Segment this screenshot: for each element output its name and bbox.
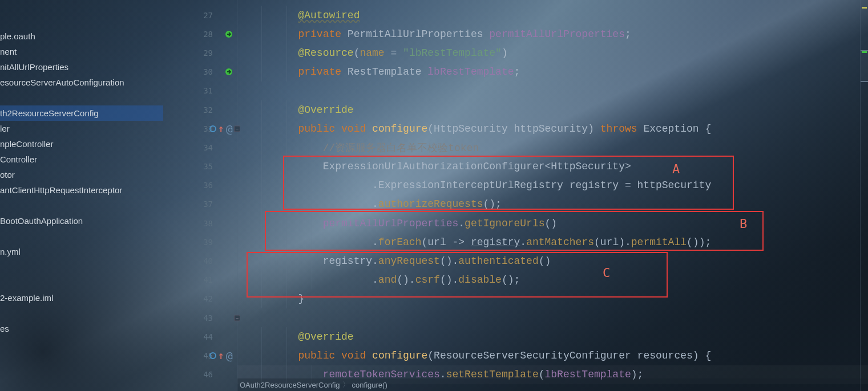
line-number: 46 — [203, 370, 213, 379]
code-line[interactable]: } — [237, 290, 868, 308]
gutter-line[interactable]: 31 — [163, 82, 237, 100]
gutter-line[interactable]: 40 — [163, 251, 237, 270]
line-number: 37 — [203, 199, 213, 209]
line-number: 34 — [203, 143, 213, 152]
bean-icon[interactable] — [224, 67, 233, 76]
code-line[interactable]: @Override — [237, 100, 868, 119]
line-number: 27 — [203, 11, 213, 20]
gutter-line[interactable]: 39 — [163, 233, 237, 251]
line-number: 36 — [203, 181, 213, 190]
gutter-line[interactable]: 37 — [163, 195, 237, 214]
sidebar-item[interactable]: nitAllUrlProperties — [0, 59, 163, 75]
code-line[interactable]: private RestTemplate lbRestTemplate; — [237, 63, 868, 82]
code-line[interactable]: registry.anyRequest().authenticated() — [237, 251, 868, 270]
chevron-right-icon: 〉 — [342, 380, 350, 390]
line-number: 32 — [203, 105, 213, 115]
code-line[interactable]: @Autowired — [237, 6, 868, 25]
sidebar-item[interactable] — [0, 229, 163, 244]
sidebar-item[interactable]: th2ResourceServerConfig — [0, 105, 163, 121]
override-icon[interactable]: ↑@ — [209, 124, 236, 133]
gutter-line[interactable]: 46 — [163, 365, 237, 384]
code-line[interactable]: .and().csrf().disable(); — [237, 271, 868, 290]
sidebar-item[interactable]: Controller — [0, 152, 163, 167]
code-text: .and().csrf().disable(); — [249, 274, 520, 286]
line-number: 35 — [203, 162, 213, 171]
code-text: private RestTemplate lbRestTemplate; — [249, 66, 520, 78]
sidebar-item[interactable] — [0, 90, 163, 105]
line-number: 29 — [203, 48, 213, 58]
gutter-line[interactable]: 43− — [163, 308, 237, 327]
code-line[interactable]: .forEach(url -> registry.antMatchers(url… — [237, 233, 868, 251]
code-text: @Override — [249, 104, 354, 116]
code-line[interactable]: private PermitAllUrlProperties permitAll… — [237, 25, 868, 43]
gutter-line[interactable]: 44 — [163, 327, 237, 346]
code-line[interactable]: public void configure(HttpSecurity httpS… — [237, 119, 868, 138]
code-line[interactable]: ExpressionUrlAuthorizationConfigurer<Htt… — [237, 157, 868, 176]
code-text — [249, 312, 255, 324]
code-line[interactable]: .ExpressionInterceptUrlRegistry registry… — [237, 176, 868, 195]
code-text: private PermitAllUrlProperties permitAll… — [249, 28, 631, 40]
sidebar-item[interactable]: npleController — [0, 136, 163, 152]
sidebar-item[interactable] — [0, 275, 163, 290]
gutter-line[interactable]: 42 — [163, 290, 237, 308]
code-line[interactable]: @Resource(name = "lbRestTemplate") — [237, 43, 868, 62]
gutter-line[interactable]: 36 — [163, 176, 237, 195]
code-text: public void configure(HttpSecurity httpS… — [249, 123, 711, 135]
gutter-line[interactable]: 34 — [163, 138, 237, 157]
sidebar-item[interactable]: otor — [0, 167, 163, 182]
code-editor[interactable]: @Autowired private PermitAllUrlPropertie… — [237, 0, 868, 391]
sidebar-item[interactable] — [0, 259, 163, 275]
gutter-line[interactable]: 38 — [163, 214, 237, 233]
sidebar-item[interactable]: ler — [0, 121, 163, 136]
scroll-viewport[interactable] — [861, 50, 868, 82]
breadcrumb-method[interactable]: configure() — [352, 381, 387, 389]
sidebar-item[interactable] — [0, 198, 163, 213]
code-line[interactable]: permitAllUrlProperties.getIgnoreUrls() — [237, 214, 868, 233]
gutter-line[interactable]: 41 — [163, 271, 237, 290]
sidebar-item[interactable]: esourceServerAutoConfiguration — [0, 75, 163, 90]
code-line[interactable]: @Override — [237, 327, 868, 346]
sidebar-item[interactable]: n.yml — [0, 244, 163, 259]
scroll-mark — [862, 51, 867, 53]
sidebar-item[interactable]: antClientHttpRequestInterceptor — [0, 182, 163, 198]
sidebar-item[interactable]: BootOauthApplication — [0, 213, 163, 229]
gutter-line[interactable]: 32 — [163, 100, 237, 119]
gutter-line[interactable]: 29 — [163, 43, 237, 62]
gutter-line[interactable]: 27 — [163, 6, 237, 25]
code-line[interactable]: .authorizeRequests(); — [237, 195, 868, 214]
code-line[interactable]: public void configure(ResourceServerSecu… — [237, 346, 868, 365]
gutter-line[interactable]: 35 — [163, 157, 237, 176]
line-number: 30 — [203, 67, 213, 76]
code-text: registry.anyRequest().authenticated() — [249, 255, 551, 267]
scroll-strip[interactable] — [860, 0, 868, 391]
line-number: 31 — [203, 86, 213, 95]
breadcrumb-class[interactable]: OAuth2ResourceServerConfig — [240, 381, 340, 389]
scroll-mark — [862, 7, 867, 9]
line-number: 28 — [203, 30, 213, 39]
sidebar-item[interactable] — [0, 306, 163, 321]
breadcrumb[interactable]: OAuth2ResourceServerConfig 〉 configure() — [237, 378, 868, 391]
line-number: 38 — [203, 219, 213, 228]
code-text: @Autowired — [249, 10, 360, 21]
line-number: 43 — [203, 313, 213, 323]
gutter-line[interactable]: 33↑@− — [163, 119, 237, 138]
code-line[interactable] — [237, 308, 868, 327]
editor-gutter[interactable]: 27282930313233↑@−34353637383940414243−44… — [163, 0, 237, 391]
code-line[interactable]: //资源服务器白名单不校验token — [237, 138, 868, 157]
gutter-line[interactable]: 45↑@ — [163, 346, 237, 365]
project-tree[interactable]: ple.oauthnentnitAllUrlPropertiesesourceS… — [0, 0, 163, 391]
override-icon[interactable]: ↑@ — [209, 351, 236, 360]
sidebar-item[interactable]: nent — [0, 44, 163, 59]
sidebar-item[interactable]: es — [0, 321, 163, 336]
code-text: ExpressionUrlAuthorizationConfigurer<Htt… — [249, 161, 631, 172]
line-number: 39 — [203, 238, 213, 247]
code-line[interactable] — [237, 82, 868, 100]
bean-icon[interactable] — [224, 30, 233, 39]
gutter-line[interactable]: 30 — [163, 63, 237, 82]
gutter-line[interactable]: 28 — [163, 25, 237, 43]
code-text: public void configure(ResourceServerSecu… — [249, 350, 711, 361]
code-text: //资源服务器白名单不校验token — [249, 141, 479, 154]
ide-root: ple.oauthnentnitAllUrlPropertiesesourceS… — [0, 0, 868, 391]
sidebar-item[interactable]: ple.oauth — [0, 28, 163, 44]
sidebar-item[interactable]: 2-example.iml — [0, 290, 163, 306]
